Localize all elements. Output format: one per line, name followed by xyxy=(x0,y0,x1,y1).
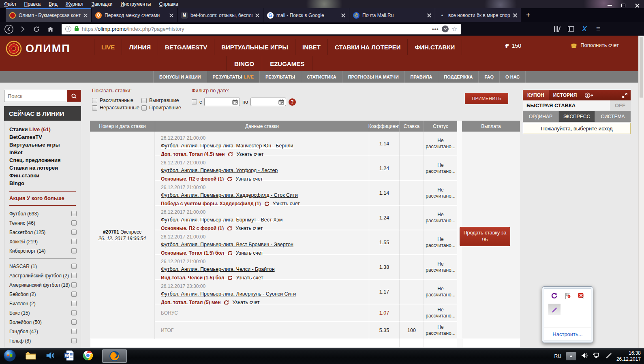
bookmark-star-icon[interactable]: ☆ xyxy=(451,26,457,32)
forward-button[interactable] xyxy=(18,26,28,32)
subnav-faq[interactable]: FAQ xyxy=(478,71,499,83)
tab-close-icon[interactable] xyxy=(255,13,259,17)
tab-history[interactable]: ИСТОРИЯ xyxy=(549,90,582,100)
sport-filter-golf[interactable]: Гольф (8) xyxy=(4,336,81,345)
sport-filter-baseball[interactable]: Бейсбол (2) xyxy=(4,289,81,299)
menu-bookmarks[interactable]: Закладки xyxy=(92,1,113,7)
minimize-button[interactable] xyxy=(603,0,616,11)
sport-filter-biathlon[interactable]: Биатлон (2) xyxy=(4,299,81,308)
checkbox[interactable] xyxy=(71,220,77,226)
sport-filter-tennis[interactable]: Теннис (46) xyxy=(4,218,81,228)
sidebar-item-virtual-games[interactable]: Виртуальные игры xyxy=(9,141,81,149)
sport-filter-volleyball[interactable]: Волейбол (50) xyxy=(4,317,81,327)
event-link[interactable]: Футбол. Англия. Премьер-лига. Челси - Бр… xyxy=(161,266,275,272)
search-input[interactable] xyxy=(4,90,67,102)
subnav-statistics[interactable]: СТАТИСТИКА xyxy=(301,71,342,83)
tab-close-icon[interactable] xyxy=(427,13,431,17)
search-button[interactable] xyxy=(67,90,81,102)
checkbox[interactable] xyxy=(71,338,77,343)
volume-icon[interactable] xyxy=(581,352,588,360)
olimp-logo[interactable]: ОЛИМП xyxy=(6,40,71,57)
help-icon[interactable]: ? xyxy=(289,98,296,106)
sport-filter-nascar[interactable]: NASCAR (1) xyxy=(4,262,81,271)
subnav-bonuses[interactable]: БОНУСЫ И АКЦИИ xyxy=(153,71,207,83)
sport-filter-hockey[interactable]: Хоккей (219) xyxy=(4,237,81,246)
checkbox[interactable] xyxy=(71,292,77,297)
new-tab-button[interactable]: + xyxy=(521,8,535,22)
pocket-icon[interactable] xyxy=(442,26,449,32)
quick-bet-off-toggle[interactable]: OFF xyxy=(610,100,630,111)
checkbox[interactable] xyxy=(71,230,77,235)
nav-virtual-games[interactable]: ВИРТУАЛЬНЫЕ ИГРЫ xyxy=(214,39,295,55)
taskbar-chrome-button[interactable] xyxy=(83,350,93,362)
filter-won[interactable]: Выигравшие xyxy=(141,98,179,103)
taskbar-explorer-button[interactable] xyxy=(25,351,36,362)
checkbox[interactable] xyxy=(141,105,147,111)
sport-filter-basketball[interactable]: Баскетбол (125) xyxy=(4,228,81,237)
page-actions-icon[interactable]: ••• xyxy=(432,26,439,32)
sport-filter-handball[interactable]: Гандбол (47) xyxy=(4,327,81,336)
subnav-support[interactable]: ПОДДЕРЖКА xyxy=(438,71,478,83)
page-scrollbar[interactable] xyxy=(638,36,644,348)
menu-history[interactable]: Журнал xyxy=(66,1,83,7)
money-transfer-icon[interactable]: $ xyxy=(581,90,597,100)
nav-line[interactable]: ЛИНИЯ xyxy=(122,39,158,55)
event-link[interactable]: Футбол. Англия. Премьер-лига. Уотфорд - … xyxy=(161,168,278,173)
checkbox[interactable] xyxy=(92,98,97,103)
scrollbar-thumb[interactable] xyxy=(640,37,643,98)
nav-fin-bets[interactable]: ФИН.СТАВКИ xyxy=(407,39,462,55)
tab-google[interactable]: G mail - Поиск в Google xyxy=(263,8,349,22)
tray-flag-icon[interactable] xyxy=(565,292,571,301)
nav-ezugames[interactable]: EZUGAMES xyxy=(262,56,312,71)
library-icon[interactable] xyxy=(552,26,562,32)
nav-betgamestv[interactable]: BETGAMESTV xyxy=(158,39,214,55)
nav-live[interactable]: LIVE xyxy=(94,39,122,55)
tray-pen-icon[interactable] xyxy=(548,304,561,315)
menu-edit[interactable]: Правка xyxy=(24,1,41,7)
sidebar-item-live-bets[interactable]: Ставки Live (61) xyxy=(9,126,81,133)
topup-account-button[interactable]: Пополнить счет xyxy=(570,42,619,48)
sidebar-item-lottery-bets[interactable]: Ставки на лотереи xyxy=(9,164,81,172)
tab-mailru[interactable]: @ Почта Mail.Ru xyxy=(349,8,435,22)
tab-transfer[interactable]: Q Перевод между счетами xyxy=(92,8,178,22)
sell-bet-button[interactable]: Продать ставку за95 xyxy=(460,227,510,246)
back-button[interactable] xyxy=(4,24,14,34)
nav-inbet[interactable]: INBET xyxy=(295,39,327,55)
filter-lost[interactable]: Проигравшие xyxy=(141,105,181,111)
sidebar-item-special-offers[interactable]: Спец. предложения xyxy=(9,156,81,164)
checkbox[interactable] xyxy=(71,301,77,306)
checkbox[interactable] xyxy=(71,329,77,334)
subnav-results-live[interactable]: РЕЗУЛЬТАТЫLIVE xyxy=(207,71,259,83)
checkbox[interactable] xyxy=(71,264,77,269)
date-to-input[interactable] xyxy=(250,98,286,106)
tab-close-icon[interactable] xyxy=(341,13,345,17)
sport-filter-esports[interactable]: Киберспорт (14) xyxy=(4,246,81,255)
network-icon[interactable] xyxy=(593,352,601,360)
sport-filter-football[interactable]: Футбол (693) xyxy=(4,209,81,218)
event-link[interactable]: Футбол. Англия. Премьер-лига. Борнмут - … xyxy=(161,217,282,223)
menu-view[interactable]: Вид xyxy=(49,1,58,7)
event-link[interactable]: Футбол. Англия. Премьер-лига. Ливерпуль … xyxy=(161,291,296,297)
mode-system[interactable]: СИСТЕМА xyxy=(595,111,631,122)
checkbox[interactable] xyxy=(71,211,77,216)
tab-close-icon[interactable] xyxy=(83,13,88,17)
subnav-rules[interactable]: ПРАВИЛА xyxy=(404,71,438,83)
language-indicator[interactable]: RU xyxy=(554,353,561,359)
tray-swirl-icon[interactable] xyxy=(551,292,558,301)
promo-link[interactable]: Акция У кого больше xyxy=(9,195,81,201)
subnav-predictions[interactable]: ПРОГНОЗЫ НА МАТЧИ xyxy=(342,71,404,83)
tray-expand-button[interactable] xyxy=(566,352,576,360)
menu-help[interactable]: Справка xyxy=(159,1,178,7)
sidebar-item-fin-bets[interactable]: Фин.ставки xyxy=(9,172,81,179)
taskbar-firefox-button[interactable] xyxy=(102,349,127,363)
tab-coupon[interactable]: КУПОН xyxy=(523,90,549,100)
checkbox[interactable] xyxy=(71,310,77,315)
reload-button[interactable] xyxy=(32,26,41,32)
checkbox[interactable] xyxy=(71,239,77,244)
checkbox[interactable] xyxy=(71,248,77,253)
filter-calculated[interactable]: Рассчитанные xyxy=(92,98,133,103)
pen-input-icon[interactable] xyxy=(605,352,612,360)
taskbar-volume-app-button[interactable] xyxy=(45,351,55,362)
taskbar-clock[interactable]: 16:38 26.12.2017 xyxy=(616,350,641,362)
filter-uncalculated[interactable]: Нерассчитанные xyxy=(92,105,139,111)
